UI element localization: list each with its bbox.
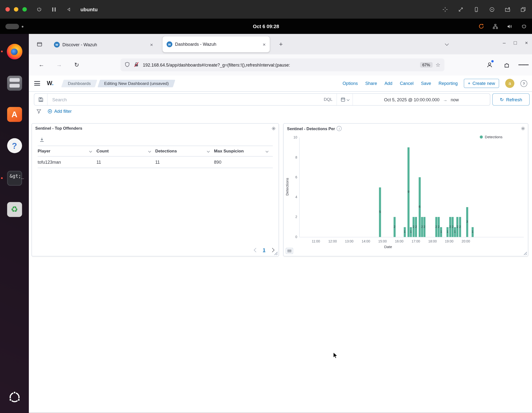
filter-row: Add filter [36,109,72,114]
add-filter-button[interactable]: Add filter [47,109,72,114]
firefox-view-button[interactable] [34,39,44,49]
tracking-shield-icon[interactable] [124,62,131,68]
column-sort-chevron-icon[interactable] [266,150,268,153]
search-input-wrap[interactable]: DQL [47,94,336,105]
dock-terminal[interactable]: &gt;_ [7,171,22,186]
insecure-lock-icon[interactable] [134,62,140,68]
vm-window-title: ubuntu [80,6,98,12]
date-quick-select-button[interactable] [337,94,353,105]
vm-resize-icon[interactable] [457,6,464,13]
column-sort-chevron-icon[interactable] [89,150,92,153]
zoom-level-chip[interactable]: 67% [420,62,432,68]
action-share[interactable]: Share [365,81,377,86]
bookmark-star-icon[interactable]: ☆ [435,62,440,68]
macos-minimize-button[interactable] [14,7,18,11]
vm-devices-icon[interactable] [473,6,480,13]
column-sort-chevron-icon[interactable] [207,150,210,153]
column-header-count[interactable]: Count [96,149,155,153]
next-page-chevron-icon[interactable] [270,248,275,252]
macos-traffic-lights [5,7,31,11]
network-icon[interactable] [492,23,499,30]
wazuh-favicon: w [54,42,60,47]
help-circle-icon[interactable]: ? [521,80,527,87]
tab-close-icon[interactable]: × [263,41,266,47]
action-save[interactable]: Save [421,81,431,86]
action-options[interactable]: Options [343,81,358,86]
tab-discover[interactable]: w Discover - Wazuh × [50,38,157,51]
page-number[interactable]: 1 [263,248,265,253]
vm-capture-icon[interactable] [442,6,449,13]
user-avatar[interactable]: a [505,79,514,88]
refresh-button[interactable]: ↻Refresh [492,93,530,106]
window-close-button[interactable]: × [525,40,528,46]
panel-settings-gear-icon[interactable] [271,126,276,132]
chevron-down-icon [346,98,349,101]
clock[interactable]: Oct 6 09:28 [0,19,532,34]
vm-drive-icon[interactable] [488,6,495,13]
dock-ubuntu-logo[interactable] [8,391,21,405]
macos-close-button[interactable] [5,7,10,11]
column-header-player[interactable]: Player [38,149,96,153]
vm-restart-icon[interactable] [66,6,72,13]
extensions-icon[interactable] [501,60,512,70]
toolbar-right [485,60,529,70]
plus-circle-icon [47,109,52,114]
x-axis-tick-label: 15:00 [376,239,389,243]
window-minimize-button[interactable]: – [503,40,506,46]
date-start[interactable]: Oct 5, 2025 @ 10:00:00.000 [384,97,440,102]
y-axis-line [299,138,299,237]
date-range[interactable]: Oct 5, 2025 @ 10:00:00.000 → now [353,94,490,105]
vm-windows-icon[interactable] [520,6,527,13]
back-button[interactable]: ← [36,60,46,70]
dock-firefox[interactable] [7,44,22,59]
search-input[interactable] [52,97,324,103]
query-language-button[interactable]: DQL [324,97,332,102]
action-cancel[interactable]: Cancel [400,81,413,86]
dock-help[interactable]: ? [7,138,22,153]
create-new-button[interactable]: +Create new [464,79,499,88]
wazuh-favicon: w [166,41,172,47]
column-header-max-suspicion[interactable]: Max Suspicion [214,149,273,153]
vm-power-icon[interactable] [36,6,43,13]
y-axis-tick-label: 0 [286,235,297,239]
vm-shared-folder-icon[interactable] [504,6,511,13]
app-menu-icon[interactable] [518,60,529,70]
export-download-icon[interactable] [39,137,44,144]
new-tab-button[interactable]: + [276,39,286,49]
dock-app-center[interactable]: A [7,107,22,122]
table-row[interactable]: tofu123man1111890 [38,157,273,168]
macos-fullscreen-button[interactable] [22,7,27,11]
filter-funnel-icon[interactable] [36,109,41,114]
panel-title[interactable]: Sentinel - Top Offenders [35,126,82,131]
tab-close-icon[interactable]: × [150,42,153,47]
prev-page-chevron-icon[interactable] [254,248,258,252]
vm-pause-icon[interactable] [51,6,57,13]
software-update-icon[interactable] [478,23,485,30]
action-add[interactable]: Add [385,81,392,86]
window-maximize-button[interactable]: □ [514,40,517,46]
account-icon[interactable] [485,60,495,70]
dock-files[interactable] [7,76,22,91]
date-end[interactable]: now [451,97,459,102]
column-header-detections[interactable]: Detections [155,149,214,153]
search-bar: DQL Oct 5, 2025 @ 10:00:00.000 → now [34,93,490,106]
url-bar[interactable]: 192.168.64.5/app/dashboards#/create?_g=(… [121,58,444,71]
action-reporting[interactable]: Reporting [439,81,458,86]
breadcrumb-dashboards[interactable]: Dashboards [61,80,97,87]
column-sort-chevron-icon[interactable] [148,150,151,153]
reload-button[interactable]: ↻ [72,60,82,70]
wazuh-logo[interactable]: W. [47,80,54,87]
panel-resize-handle[interactable] [274,251,277,255]
saved-query-icon[interactable] [34,94,47,105]
tab-overflow-chevron-icon[interactable] [445,42,449,46]
y-axis-tick-label: 2 [286,215,297,219]
volume-icon[interactable] [506,23,513,30]
dock-trash[interactable]: ♻ [7,202,22,217]
inspect-button[interactable] [286,248,293,254]
forward-button[interactable]: → [54,60,64,70]
x-axis-line [299,237,524,237]
firefox-icon [7,44,22,59]
nav-menu-icon[interactable] [34,80,40,87]
tab-dashboards[interactable]: w Dashboards - Wazuh × [163,36,270,52]
power-icon[interactable] [521,23,527,30]
